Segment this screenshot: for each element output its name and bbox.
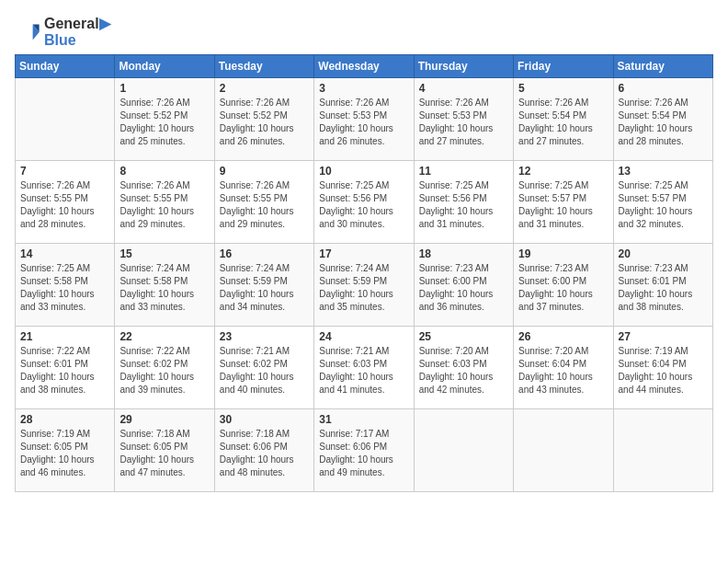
day-info: Sunrise: 7:17 AM Sunset: 6:06 PM Dayligh… bbox=[319, 428, 408, 479]
day-number: 12 bbox=[518, 165, 608, 178]
calendar-cell: 13Sunrise: 7:25 AM Sunset: 5:57 PM Dayli… bbox=[613, 161, 712, 244]
calendar-cell: 20Sunrise: 7:23 AM Sunset: 6:01 PM Dayli… bbox=[613, 244, 712, 327]
day-info: Sunrise: 7:25 AM Sunset: 5:57 PM Dayligh… bbox=[518, 179, 608, 231]
day-info: Sunrise: 7:23 AM Sunset: 6:00 PM Dayligh… bbox=[518, 262, 608, 314]
day-number: 30 bbox=[220, 413, 309, 426]
day-number: 28 bbox=[20, 413, 109, 426]
calendar-cell bbox=[613, 409, 712, 492]
calendar-cell: 14Sunrise: 7:25 AM Sunset: 5:58 PM Dayli… bbox=[16, 244, 115, 327]
calendar-cell bbox=[16, 78, 115, 161]
day-info: Sunrise: 7:20 AM Sunset: 6:04 PM Dayligh… bbox=[518, 345, 608, 396]
day-info: Sunrise: 7:20 AM Sunset: 6:03 PM Dayligh… bbox=[419, 345, 508, 396]
day-number: 4 bbox=[419, 82, 508, 95]
day-number: 18 bbox=[419, 247, 508, 260]
calendar-week-1: 1Sunrise: 7:26 AM Sunset: 5:52 PM Daylig… bbox=[16, 78, 713, 161]
day-number: 7 bbox=[20, 165, 109, 178]
day-number: 16 bbox=[220, 247, 309, 260]
day-number: 5 bbox=[518, 82, 608, 95]
day-info: Sunrise: 7:22 AM Sunset: 6:02 PM Dayligh… bbox=[119, 345, 209, 396]
day-number: 29 bbox=[119, 413, 209, 426]
calendar-cell: 19Sunrise: 7:23 AM Sunset: 6:00 PM Dayli… bbox=[514, 244, 613, 327]
day-number: 21 bbox=[20, 330, 109, 343]
calendar-header: SundayMondayTuesdayWednesdayThursdayFrid… bbox=[16, 55, 713, 78]
calendar-cell bbox=[414, 409, 513, 492]
day-info: Sunrise: 7:25 AM Sunset: 5:56 PM Dayligh… bbox=[319, 179, 408, 231]
calendar-cell: 2Sunrise: 7:26 AM Sunset: 5:52 PM Daylig… bbox=[214, 78, 313, 161]
calendar-cell: 31Sunrise: 7:17 AM Sunset: 6:06 PM Dayli… bbox=[314, 409, 414, 492]
day-info: Sunrise: 7:24 AM Sunset: 5:58 PM Dayligh… bbox=[119, 262, 209, 314]
calendar-cell: 6Sunrise: 7:26 AM Sunset: 5:54 PM Daylig… bbox=[613, 78, 712, 161]
day-number: 20 bbox=[619, 247, 708, 260]
day-info: Sunrise: 7:26 AM Sunset: 5:55 PM Dayligh… bbox=[220, 179, 309, 231]
logo: General▶ Blue bbox=[15, 15, 110, 49]
calendar-cell: 11Sunrise: 7:25 AM Sunset: 5:56 PM Dayli… bbox=[414, 161, 513, 244]
day-number: 14 bbox=[20, 247, 109, 260]
logo-icon bbox=[15, 19, 40, 45]
day-number: 27 bbox=[619, 330, 708, 343]
day-number: 10 bbox=[319, 165, 408, 178]
calendar-cell: 16Sunrise: 7:24 AM Sunset: 5:59 PM Dayli… bbox=[214, 244, 313, 327]
day-info: Sunrise: 7:24 AM Sunset: 5:59 PM Dayligh… bbox=[220, 262, 309, 314]
calendar-cell: 29Sunrise: 7:18 AM Sunset: 6:05 PM Dayli… bbox=[115, 409, 214, 492]
day-number: 13 bbox=[619, 165, 708, 178]
day-number: 17 bbox=[319, 247, 408, 260]
day-info: Sunrise: 7:21 AM Sunset: 6:03 PM Dayligh… bbox=[319, 345, 408, 396]
header-row: SundayMondayTuesdayWednesdayThursdayFrid… bbox=[16, 55, 713, 78]
day-number: 26 bbox=[518, 330, 608, 343]
calendar-cell: 23Sunrise: 7:21 AM Sunset: 6:02 PM Dayli… bbox=[214, 327, 313, 409]
calendar-table: SundayMondayTuesdayWednesdayThursdayFrid… bbox=[15, 54, 713, 492]
day-number: 15 bbox=[119, 247, 209, 260]
column-header-wednesday: Wednesday bbox=[314, 55, 414, 78]
calendar-cell: 22Sunrise: 7:22 AM Sunset: 6:02 PM Dayli… bbox=[115, 327, 214, 409]
calendar-week-4: 21Sunrise: 7:22 AM Sunset: 6:01 PM Dayli… bbox=[16, 327, 713, 409]
calendar-cell: 18Sunrise: 7:23 AM Sunset: 6:00 PM Dayli… bbox=[414, 244, 513, 327]
calendar-week-3: 14Sunrise: 7:25 AM Sunset: 5:58 PM Dayli… bbox=[16, 244, 713, 327]
calendar-cell: 9Sunrise: 7:26 AM Sunset: 5:55 PM Daylig… bbox=[214, 161, 313, 244]
calendar-cell: 25Sunrise: 7:20 AM Sunset: 6:03 PM Dayli… bbox=[414, 327, 513, 409]
day-info: Sunrise: 7:26 AM Sunset: 5:54 PM Dayligh… bbox=[518, 97, 608, 148]
day-number: 24 bbox=[319, 330, 408, 343]
day-number: 1 bbox=[119, 82, 209, 95]
column-header-saturday: Saturday bbox=[613, 55, 712, 78]
day-info: Sunrise: 7:21 AM Sunset: 6:02 PM Dayligh… bbox=[220, 345, 309, 396]
calendar-cell: 17Sunrise: 7:24 AM Sunset: 5:59 PM Dayli… bbox=[314, 244, 414, 327]
day-info: Sunrise: 7:23 AM Sunset: 6:01 PM Dayligh… bbox=[619, 262, 708, 314]
calendar-cell: 7Sunrise: 7:26 AM Sunset: 5:55 PM Daylig… bbox=[16, 161, 115, 244]
column-header-tuesday: Tuesday bbox=[214, 55, 313, 78]
day-info: Sunrise: 7:19 AM Sunset: 6:04 PM Dayligh… bbox=[619, 345, 708, 396]
calendar-cell: 28Sunrise: 7:19 AM Sunset: 6:05 PM Dayli… bbox=[16, 409, 115, 492]
calendar-body: 1Sunrise: 7:26 AM Sunset: 5:52 PM Daylig… bbox=[16, 78, 713, 492]
day-info: Sunrise: 7:24 AM Sunset: 5:59 PM Dayligh… bbox=[319, 262, 408, 314]
day-info: Sunrise: 7:26 AM Sunset: 5:52 PM Dayligh… bbox=[220, 97, 309, 148]
day-number: 23 bbox=[220, 330, 309, 343]
calendar-cell: 5Sunrise: 7:26 AM Sunset: 5:54 PM Daylig… bbox=[514, 78, 613, 161]
day-number: 25 bbox=[419, 330, 508, 343]
calendar-cell: 30Sunrise: 7:18 AM Sunset: 6:06 PM Dayli… bbox=[214, 409, 313, 492]
day-info: Sunrise: 7:25 AM Sunset: 5:56 PM Dayligh… bbox=[419, 179, 508, 231]
day-info: Sunrise: 7:25 AM Sunset: 5:58 PM Dayligh… bbox=[20, 262, 109, 314]
day-info: Sunrise: 7:26 AM Sunset: 5:55 PM Dayligh… bbox=[20, 179, 109, 231]
calendar-cell: 12Sunrise: 7:25 AM Sunset: 5:57 PM Dayli… bbox=[514, 161, 613, 244]
day-number: 8 bbox=[119, 165, 209, 178]
page-header: General▶ Blue bbox=[15, 15, 713, 49]
calendar-cell: 1Sunrise: 7:26 AM Sunset: 5:52 PM Daylig… bbox=[115, 78, 214, 161]
day-info: Sunrise: 7:22 AM Sunset: 6:01 PM Dayligh… bbox=[20, 345, 109, 396]
day-number: 19 bbox=[518, 247, 608, 260]
day-info: Sunrise: 7:18 AM Sunset: 6:06 PM Dayligh… bbox=[220, 428, 309, 479]
calendar-cell: 21Sunrise: 7:22 AM Sunset: 6:01 PM Dayli… bbox=[16, 327, 115, 409]
calendar-cell: 3Sunrise: 7:26 AM Sunset: 5:53 PM Daylig… bbox=[314, 78, 414, 161]
calendar-cell: 8Sunrise: 7:26 AM Sunset: 5:55 PM Daylig… bbox=[115, 161, 214, 244]
day-info: Sunrise: 7:19 AM Sunset: 6:05 PM Dayligh… bbox=[20, 428, 109, 479]
day-info: Sunrise: 7:23 AM Sunset: 6:00 PM Dayligh… bbox=[419, 262, 508, 314]
day-info: Sunrise: 7:26 AM Sunset: 5:55 PM Dayligh… bbox=[119, 179, 209, 231]
calendar-week-5: 28Sunrise: 7:19 AM Sunset: 6:05 PM Dayli… bbox=[16, 409, 713, 492]
day-number: 3 bbox=[319, 82, 408, 95]
calendar-cell: 4Sunrise: 7:26 AM Sunset: 5:53 PM Daylig… bbox=[414, 78, 513, 161]
calendar-cell: 27Sunrise: 7:19 AM Sunset: 6:04 PM Dayli… bbox=[613, 327, 712, 409]
day-info: Sunrise: 7:26 AM Sunset: 5:54 PM Dayligh… bbox=[619, 97, 708, 148]
calendar-cell: 10Sunrise: 7:25 AM Sunset: 5:56 PM Dayli… bbox=[314, 161, 414, 244]
calendar-cell bbox=[514, 409, 613, 492]
day-number: 22 bbox=[119, 330, 209, 343]
logo-text: General▶ Blue bbox=[44, 15, 110, 49]
day-info: Sunrise: 7:26 AM Sunset: 5:53 PM Dayligh… bbox=[419, 97, 508, 148]
